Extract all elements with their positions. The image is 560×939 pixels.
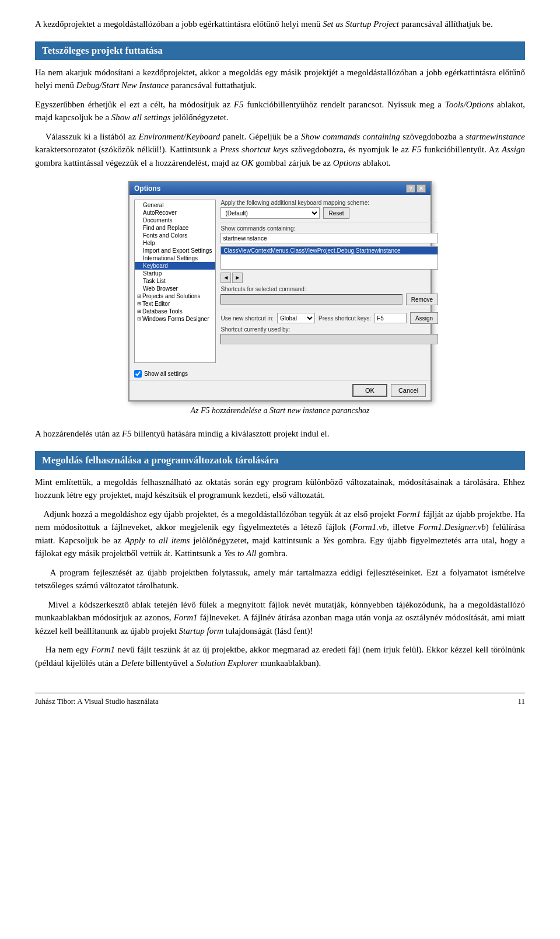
- italic-form1-2: Form1: [174, 613, 198, 622]
- ok-button[interactable]: OK: [352, 384, 387, 397]
- arrow-icon: ⊞: [137, 294, 141, 299]
- show-commands-label: Show commands containing:: [220, 225, 438, 232]
- italic-tools: Tools/Options: [445, 100, 494, 109]
- italic-show: Show all settings: [111, 113, 171, 122]
- sidebar-item-webbrowser[interactable]: Web Browser: [135, 285, 215, 292]
- dialog-main: Apply the following additional keyboard …: [220, 200, 438, 363]
- section2-p4: Mivel a kódszerkesztő ablak tetején lévő…: [35, 598, 525, 638]
- after-figure-p: A hozzárendelés után az F5 billentyű hat…: [35, 427, 525, 441]
- italic-form1designer: Form1.Designer.vb: [418, 522, 486, 532]
- italic-show-cmd: Show commands containing: [301, 132, 400, 141]
- italic-press-shortcut: Press shortcut keys: [220, 145, 288, 154]
- commands-listbox-item: ClassViewContextMenus.ClassViewProject.D…: [221, 247, 438, 254]
- sidebar-item-autorecover[interactable]: AutoRecover: [135, 209, 215, 217]
- italic-debug: Debug/Start New Instance: [76, 81, 169, 90]
- apply-label: Apply the following additional keyboard …: [220, 200, 438, 206]
- dialog-body: General AutoRecover Documents Find and R…: [130, 195, 430, 368]
- sidebar-item-intl[interactable]: International Settings: [135, 254, 215, 262]
- dialog-titlebar-buttons: ? ✕: [406, 184, 426, 193]
- sidebar-item-keyboard[interactable]: Keyboard: [135, 262, 215, 270]
- section2-p5: Ha nem egy Form1 nevű fájlt teszünk át a…: [35, 643, 525, 669]
- italic-solution-exp: Solution Explorer: [196, 658, 258, 668]
- sidebar-item-help[interactable]: Help: [135, 239, 215, 247]
- sidebar-item-startup[interactable]: Startup: [135, 270, 215, 277]
- section2-p1: Mint említettük, a megoldás felhasználha…: [35, 476, 525, 502]
- page-content: A kezdőprojektet a megoldástallózóban a …: [35, 18, 525, 706]
- section2-p2: Adjunk hozzá a megoldáshoz egy újabb pro…: [35, 508, 525, 560]
- shortcuts-label: Shortcuts for selected command:: [220, 286, 438, 292]
- nav-row: ◄ ►: [220, 273, 438, 283]
- figure-container: Options ? ✕ General AutoRecover Document…: [35, 181, 525, 416]
- sidebar-item-winforms[interactable]: ⊞ Windows Forms Designer: [135, 315, 215, 323]
- italic-ok: OK: [242, 158, 254, 167]
- section1-header: Tetszőleges projekt futtatása: [35, 41, 525, 60]
- italic-f5: F5: [234, 100, 244, 109]
- italic-startnewinst: startnewinstance: [466, 132, 525, 141]
- intro-paragraph: A kezdőprojektet a megoldástallózóban a …: [35, 18, 525, 31]
- italic-yes-all: Yes to All: [224, 549, 257, 558]
- section2-p3: A program fejlesztését az újabb projektb…: [35, 566, 525, 592]
- prev-arrow[interactable]: ◄: [220, 273, 231, 283]
- dialog-sidebar: General AutoRecover Documents Find and R…: [134, 200, 216, 363]
- shortcut-scope-select[interactable]: Global: [277, 313, 315, 323]
- shortcuts-input: [220, 294, 402, 305]
- sidebar-item-general[interactable]: General: [135, 201, 215, 209]
- sidebar-item-texteditor[interactable]: ⊞ Text Editor: [135, 300, 215, 308]
- options-dialog: Options ? ✕ General AutoRecover Document…: [128, 181, 432, 402]
- section1-p3: Válasszuk ki a listából az Environment/K…: [35, 130, 525, 170]
- remove-button[interactable]: Remove: [406, 294, 438, 305]
- sidebar-item-documents[interactable]: Documents: [135, 217, 215, 224]
- dialog-titlebar: Options ? ✕: [130, 182, 430, 195]
- shortcut-currently-input: [220, 334, 438, 344]
- arrow-icon3: ⊞: [137, 309, 141, 314]
- arrow-icon4: ⊞: [137, 316, 141, 322]
- section1-p2: Egyszerűbben érhetjük el ezt a célt, ha …: [35, 98, 525, 124]
- cancel-button[interactable]: Cancel: [391, 384, 426, 397]
- use-new-shortcut-label: Use new shortcut in:: [220, 315, 274, 322]
- show-all-label: Show all settings: [144, 371, 188, 377]
- divider2: [220, 309, 438, 309]
- sidebar-item-tasklist[interactable]: Task List: [135, 277, 215, 285]
- arrow-icon2: ⊞: [137, 301, 141, 306]
- sidebar-item-import[interactable]: Import and Export Settings: [135, 247, 215, 254]
- footer-right: 11: [517, 697, 525, 706]
- next-arrow[interactable]: ►: [232, 273, 243, 283]
- show-all-row: Show all settings: [130, 368, 430, 380]
- footer-left: Juhász Tibor: A Visual Studio használata: [35, 697, 159, 706]
- scheme-row: (Default) Reset: [220, 207, 438, 219]
- italic-form1-3: Form1: [91, 645, 115, 654]
- sidebar-item-fonts[interactable]: Fonts and Colors: [135, 232, 215, 239]
- scheme-select[interactable]: (Default): [220, 207, 320, 219]
- italic-delete: Delete: [121, 658, 144, 668]
- italic-f5-2: F5: [412, 145, 422, 154]
- footer: Juhász Tibor: A Visual Studio használata…: [35, 693, 525, 706]
- shortcut-row: Use new shortcut in: Global Press shortc…: [220, 312, 438, 324]
- press-shortcut-input[interactable]: [374, 313, 407, 323]
- sidebar-item-findreplace[interactable]: Find and Replace: [135, 224, 215, 232]
- italic-options: Options: [333, 158, 361, 167]
- shortcut-currently-label: Shortcut currently used by:: [220, 326, 438, 333]
- italic-form1vb: Form1.vb: [352, 522, 387, 532]
- dialog-close-button[interactable]: ✕: [416, 184, 426, 193]
- italic-startup-form: Startup form: [179, 626, 223, 636]
- commands-listbox[interactable]: ClassViewContextMenus.ClassViewProject.D…: [220, 246, 438, 270]
- figure-caption: Az F5 hozzárendelése a Start new instanc…: [35, 406, 525, 416]
- dialog-buttons: OK Cancel: [130, 380, 430, 400]
- show-commands-input[interactable]: [220, 233, 438, 243]
- assign-button[interactable]: Assign: [410, 312, 438, 324]
- italic-env: Environment/Keyboard: [139, 132, 220, 141]
- italic-text: Set as Startup Project: [323, 19, 399, 29]
- press-shortcut-label: Press shortcut keys:: [318, 315, 371, 322]
- sidebar-item-dbtools[interactable]: ⊞ Database Tools: [135, 308, 215, 315]
- section1-p1: Ha nem akarjuk módosítani a kezdőprojekt…: [35, 66, 525, 92]
- shortcuts-row: Remove: [220, 294, 438, 305]
- dialog-title: Options: [134, 184, 160, 193]
- sidebar-item-projects[interactable]: ⊞ Projects and Solutions: [135, 292, 215, 300]
- italic-assign: Assign: [502, 145, 525, 154]
- dialog-help-button[interactable]: ?: [406, 184, 415, 193]
- show-all-checkbox[interactable]: [134, 370, 142, 378]
- section2-header: Megoldás felhasználása a programváltozat…: [35, 451, 525, 470]
- divider1: [220, 222, 438, 222]
- italic-yes: Yes: [323, 536, 334, 545]
- reset-button[interactable]: Reset: [323, 207, 349, 219]
